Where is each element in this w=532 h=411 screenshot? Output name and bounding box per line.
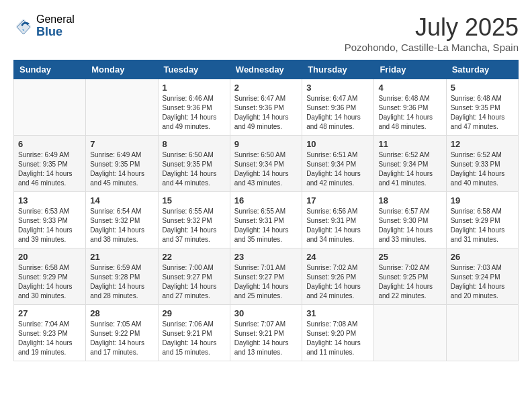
calendar-cell: 5Sunrise: 6:48 AMSunset: 9:35 PMDaylight… (446, 79, 518, 136)
title-block: July 2025 Pozohondo, Castille-La Mancha,… (345, 13, 519, 53)
calendar-cell: 9Sunrise: 6:50 AMSunset: 9:34 PMDaylight… (230, 136, 302, 192)
calendar-cell (374, 305, 446, 361)
calendar-cell (14, 79, 86, 136)
calendar-week-row: 1Sunrise: 6:46 AMSunset: 9:36 PMDaylight… (14, 79, 519, 136)
day-number: 8 (163, 139, 226, 149)
day-number: 24 (306, 252, 369, 262)
day-number: 16 (234, 195, 298, 205)
day-number: 20 (18, 252, 81, 262)
day-info: Sunrise: 6:49 AMSunset: 9:35 PMDaylight:… (90, 150, 153, 188)
day-info: Sunrise: 6:58 AMSunset: 9:29 PMDaylight:… (451, 207, 514, 244)
day-number: 13 (18, 195, 81, 205)
calendar-cell: 12Sunrise: 6:52 AMSunset: 9:33 PMDayligh… (446, 136, 518, 192)
day-number: 29 (163, 308, 226, 318)
logo-text: General Blue (36, 13, 75, 38)
calendar-cell: 19Sunrise: 6:58 AMSunset: 9:29 PMDayligh… (446, 192, 518, 248)
day-info: Sunrise: 6:57 AMSunset: 9:30 PMDaylight:… (378, 207, 441, 244)
calendar-cell (446, 305, 518, 361)
day-number: 9 (234, 139, 298, 149)
day-number: 3 (306, 83, 369, 93)
calendar-cell: 13Sunrise: 6:53 AMSunset: 9:33 PMDayligh… (14, 192, 86, 248)
day-number: 6 (18, 139, 81, 149)
day-info: Sunrise: 6:48 AMSunset: 9:36 PMDaylight:… (378, 94, 441, 132)
day-info: Sunrise: 6:55 AMSunset: 9:32 PMDaylight:… (163, 207, 226, 244)
day-info: Sunrise: 6:59 AMSunset: 9:28 PMDaylight:… (90, 263, 153, 301)
weekday-header-thursday: Thursday (302, 60, 374, 79)
calendar-cell: 18Sunrise: 6:57 AMSunset: 9:30 PMDayligh… (374, 192, 446, 248)
calendar-cell: 24Sunrise: 7:02 AMSunset: 9:26 PMDayligh… (302, 248, 374, 305)
day-info: Sunrise: 6:54 AMSunset: 9:32 PMDaylight:… (90, 207, 153, 244)
day-info: Sunrise: 6:47 AMSunset: 9:36 PMDaylight:… (234, 94, 298, 132)
day-info: Sunrise: 6:52 AMSunset: 9:34 PMDaylight:… (378, 150, 441, 188)
day-number: 27 (18, 308, 81, 318)
calendar-table: SundayMondayTuesdayWednesdayThursdayFrid… (13, 60, 519, 361)
day-info: Sunrise: 7:02 AMSunset: 9:26 PMDaylight:… (306, 263, 369, 301)
day-info: Sunrise: 6:50 AMSunset: 9:34 PMDaylight:… (234, 150, 298, 188)
month-title: July 2025 (345, 13, 519, 42)
day-number: 23 (234, 252, 298, 262)
day-number: 28 (90, 308, 153, 318)
day-info: Sunrise: 7:01 AMSunset: 9:27 PMDaylight:… (234, 263, 298, 301)
day-info: Sunrise: 7:05 AMSunset: 9:22 PMDaylight:… (90, 320, 153, 357)
calendar-cell (86, 79, 158, 136)
day-info: Sunrise: 6:55 AMSunset: 9:31 PMDaylight:… (234, 207, 298, 244)
day-info: Sunrise: 6:51 AMSunset: 9:34 PMDaylight:… (306, 150, 369, 188)
calendar-cell: 7Sunrise: 6:49 AMSunset: 9:35 PMDaylight… (86, 136, 158, 192)
day-number: 30 (234, 308, 298, 318)
calendar-cell: 25Sunrise: 7:02 AMSunset: 9:25 PMDayligh… (374, 248, 446, 305)
day-info: Sunrise: 6:58 AMSunset: 9:29 PMDaylight:… (18, 263, 81, 301)
calendar-cell: 2Sunrise: 6:47 AMSunset: 9:36 PMDaylight… (230, 79, 302, 136)
calendar-cell: 31Sunrise: 7:08 AMSunset: 9:20 PMDayligh… (302, 305, 374, 361)
day-info: Sunrise: 7:06 AMSunset: 9:21 PMDaylight:… (163, 320, 226, 357)
day-number: 7 (90, 139, 153, 149)
calendar-cell: 10Sunrise: 6:51 AMSunset: 9:34 PMDayligh… (302, 136, 374, 192)
calendar-cell: 14Sunrise: 6:54 AMSunset: 9:32 PMDayligh… (86, 192, 158, 248)
day-number: 31 (306, 308, 369, 318)
calendar-cell: 23Sunrise: 7:01 AMSunset: 9:27 PMDayligh… (230, 248, 302, 305)
logo-general: General (36, 13, 75, 26)
day-number: 21 (90, 252, 153, 262)
calendar-week-row: 27Sunrise: 7:04 AMSunset: 9:23 PMDayligh… (14, 305, 519, 361)
logo: General Blue (13, 13, 75, 38)
day-info: Sunrise: 7:07 AMSunset: 9:21 PMDaylight:… (234, 320, 298, 357)
calendar-cell: 26Sunrise: 7:03 AMSunset: 9:24 PMDayligh… (446, 248, 518, 305)
calendar-header-row: SundayMondayTuesdayWednesdayThursdayFrid… (14, 60, 519, 79)
calendar-cell: 4Sunrise: 6:48 AMSunset: 9:36 PMDaylight… (374, 79, 446, 136)
calendar-cell: 17Sunrise: 6:56 AMSunset: 9:31 PMDayligh… (302, 192, 374, 248)
day-number: 22 (163, 252, 226, 262)
day-number: 4 (378, 83, 441, 93)
day-info: Sunrise: 6:49 AMSunset: 9:35 PMDaylight:… (18, 150, 81, 188)
day-info: Sunrise: 6:50 AMSunset: 9:35 PMDaylight:… (163, 150, 226, 188)
logo-icon (13, 16, 34, 36)
day-info: Sunrise: 7:02 AMSunset: 9:25 PMDaylight:… (378, 263, 441, 301)
calendar-cell: 28Sunrise: 7:05 AMSunset: 9:22 PMDayligh… (86, 305, 158, 361)
day-number: 17 (306, 195, 369, 205)
calendar-cell: 30Sunrise: 7:07 AMSunset: 9:21 PMDayligh… (230, 305, 302, 361)
page-header: General Blue July 2025 Pozohondo, Castil… (13, 13, 519, 53)
calendar-cell: 20Sunrise: 6:58 AMSunset: 9:29 PMDayligh… (14, 248, 86, 305)
calendar-cell: 22Sunrise: 7:00 AMSunset: 9:27 PMDayligh… (158, 248, 230, 305)
calendar-week-row: 20Sunrise: 6:58 AMSunset: 9:29 PMDayligh… (14, 248, 519, 305)
calendar-cell: 1Sunrise: 6:46 AMSunset: 9:36 PMDaylight… (158, 79, 230, 136)
calendar-cell: 16Sunrise: 6:55 AMSunset: 9:31 PMDayligh… (230, 192, 302, 248)
calendar-week-row: 6Sunrise: 6:49 AMSunset: 9:35 PMDaylight… (14, 136, 519, 192)
day-info: Sunrise: 6:53 AMSunset: 9:33 PMDaylight:… (18, 207, 81, 244)
day-info: Sunrise: 6:46 AMSunset: 9:36 PMDaylight:… (163, 94, 226, 132)
day-number: 18 (378, 195, 441, 205)
day-number: 5 (451, 83, 514, 93)
day-number: 15 (163, 195, 226, 205)
day-info: Sunrise: 7:00 AMSunset: 9:27 PMDaylight:… (163, 263, 226, 301)
day-number: 25 (378, 252, 441, 262)
weekday-header-sunday: Sunday (14, 60, 86, 79)
day-number: 10 (306, 139, 369, 149)
day-number: 26 (451, 252, 514, 262)
logo-blue: Blue (36, 26, 75, 39)
calendar-cell: 27Sunrise: 7:04 AMSunset: 9:23 PMDayligh… (14, 305, 86, 361)
weekday-header-wednesday: Wednesday (230, 60, 302, 79)
weekday-header-tuesday: Tuesday (158, 60, 230, 79)
day-number: 11 (378, 139, 441, 149)
calendar-cell: 6Sunrise: 6:49 AMSunset: 9:35 PMDaylight… (14, 136, 86, 192)
day-number: 1 (163, 83, 226, 93)
calendar-cell: 29Sunrise: 7:06 AMSunset: 9:21 PMDayligh… (158, 305, 230, 361)
day-number: 19 (451, 195, 514, 205)
